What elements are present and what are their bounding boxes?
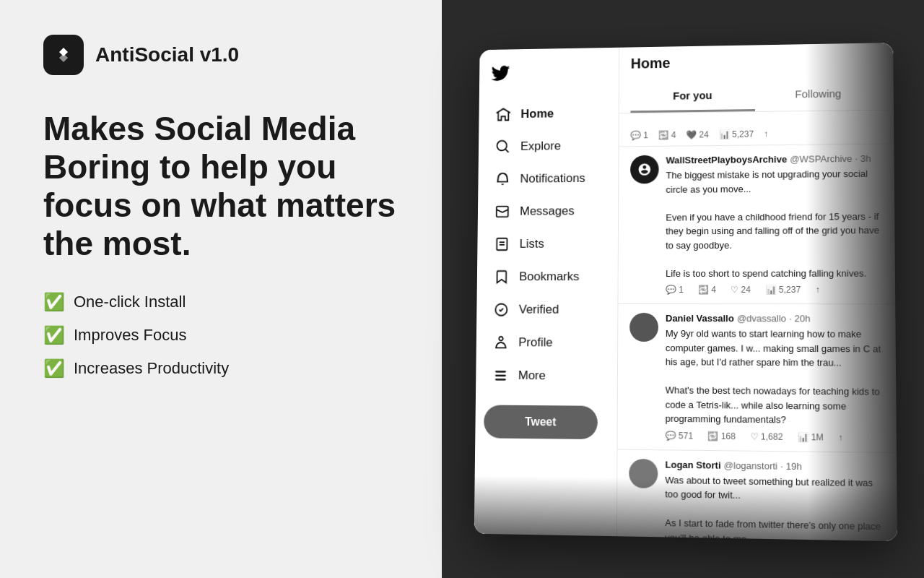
stat-views: 📊 5,237: [719, 129, 754, 139]
feature-label-3: Increases Productivity: [74, 359, 229, 378]
app-name: AntiSocial v1.0: [95, 43, 239, 66]
nav-lists[interactable]: Lists: [486, 229, 609, 259]
check-icon-2: ✅: [43, 325, 65, 345]
feature-item-1: ✅ One-click Install: [43, 292, 398, 312]
action-views: 📊 5,237: [765, 285, 801, 295]
more-icon: [493, 368, 509, 384]
nav-messages[interactable]: Messages: [486, 196, 609, 226]
explore-icon: [495, 139, 510, 155]
right-panel: Home Explore Notifications: [442, 0, 924, 578]
tweet-dv-name: Daniel Vassallo: [666, 313, 734, 324]
feature-label-2: Improves Focus: [74, 326, 187, 345]
nav-notifications-label: Notifications: [520, 171, 585, 186]
envelope-icon: [494, 204, 510, 220]
nav-profile[interactable]: Profile: [484, 327, 609, 358]
twitter-logo: [488, 61, 513, 86]
tweet-wsp-name: WallStreetPlayboysArchive: [666, 154, 788, 165]
stat-replies: 💬 1: [630, 130, 648, 140]
tweet-button[interactable]: Tweet: [484, 405, 598, 439]
logo-row: AntiSocial v1.0: [43, 35, 398, 75]
nav-messages-label: Messages: [520, 204, 575, 218]
action-rt-dv[interactable]: 🔁 168: [707, 431, 736, 441]
nav-home-label: Home: [520, 107, 554, 121]
stat-retweets: 🔁 4: [658, 130, 676, 140]
tweet-dv-handle: @dvassallo: [737, 313, 786, 324]
nav-home[interactable]: Home: [487, 98, 610, 129]
feature-label-1: One-click Install: [74, 293, 186, 311]
action-reply[interactable]: 💬 1: [666, 285, 684, 295]
nav-explore-label: Explore: [520, 139, 561, 154]
home-icon: [496, 107, 511, 123]
twitter-mockup: Home Explore Notifications: [474, 43, 897, 541]
features-list: ✅ One-click Install ✅ Improves Focus ✅ I…: [43, 292, 398, 379]
avatar-dv: [629, 313, 658, 342]
bell-icon: [495, 171, 511, 187]
user-icon: [493, 335, 509, 350]
stat-share: ↑: [764, 129, 768, 139]
nav-verified[interactable]: Verified: [485, 295, 609, 325]
action-like[interactable]: ♡ 24: [731, 285, 751, 295]
tab-foryou[interactable]: For you: [630, 79, 755, 113]
nav-lists-label: Lists: [520, 237, 544, 251]
feature-item-2: ✅ Improves Focus: [43, 325, 398, 345]
action-rt[interactable]: 🔁 4: [698, 285, 716, 295]
tweet-ls-name: Logan Storti: [665, 459, 720, 470]
tweet-ls-handle: @loganstorti: [724, 460, 777, 471]
nav-bookmarks[interactable]: Bookmarks: [485, 262, 609, 292]
bookmark-icon: [494, 269, 510, 285]
nav-explore[interactable]: Explore: [487, 131, 610, 162]
hero-text: Makes Social Media Boring to help you fo…: [43, 110, 398, 263]
gradient-right: [806, 43, 897, 541]
nav-more-label: More: [518, 368, 546, 383]
nav-profile-label: Profile: [518, 335, 552, 350]
stat-likes: ❤️ 24: [686, 129, 708, 139]
twitter-sidebar: Home Explore Notifications: [474, 48, 619, 536]
nav-notifications[interactable]: Notifications: [487, 163, 610, 194]
nav-more[interactable]: More: [484, 361, 609, 392]
gradient-bottom: [474, 475, 897, 541]
list-icon: [494, 236, 510, 252]
left-panel: AntiSocial v1.0 Makes Social Media Borin…: [0, 0, 442, 578]
check-icon-1: ✅: [43, 292, 65, 312]
app-logo: [43, 35, 84, 75]
nav-bookmarks-label: Bookmarks: [519, 269, 579, 284]
tweet-ls-time: · 19h: [780, 460, 802, 472]
verified-icon: [494, 302, 510, 318]
action-reply-dv[interactable]: 💬 571: [666, 430, 694, 441]
nav-verified-label: Verified: [519, 303, 559, 317]
feature-item-3: ✅ Increases Productivity: [43, 358, 398, 379]
check-icon-3: ✅: [43, 358, 65, 379]
avatar-wsp: [630, 155, 659, 184]
action-like-dv[interactable]: ♡ 1,682: [750, 431, 783, 442]
